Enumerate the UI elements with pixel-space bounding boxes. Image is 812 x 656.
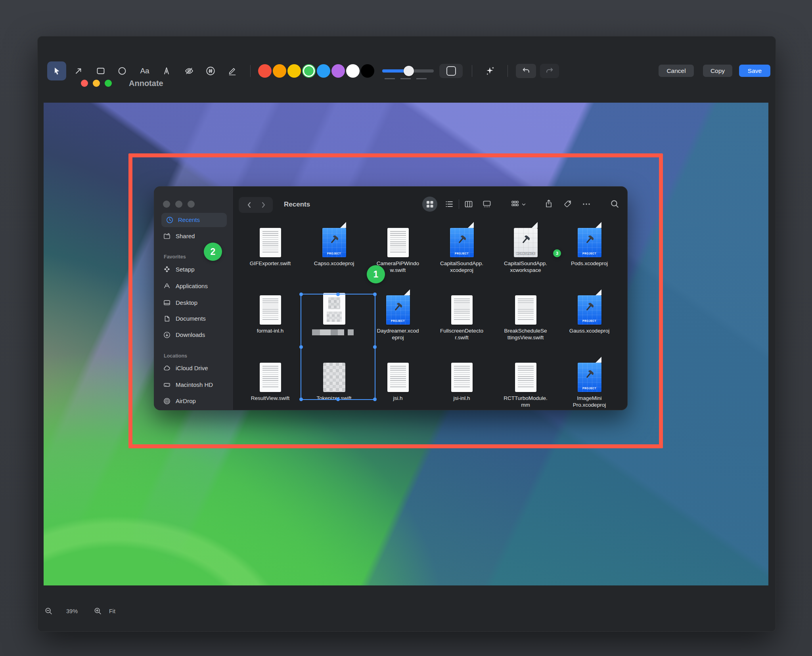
- redo-icon: [545, 66, 554, 76]
- save-button[interactable]: Save: [739, 65, 770, 77]
- eye-slash-icon: [184, 66, 194, 76]
- color-swatch[interactable]: [258, 64, 272, 78]
- shape-style-button[interactable]: [439, 64, 463, 78]
- color-swatch[interactable]: [302, 64, 316, 78]
- annotate-app-screen: Annotate Aa: [0, 0, 812, 656]
- color-swatch[interactable]: [331, 64, 345, 78]
- status-bar: 39% Fit: [37, 585, 775, 631]
- arrow-tool-button[interactable]: [70, 62, 87, 80]
- ellipse-icon: [117, 66, 127, 76]
- zoom-level-value: 39%: [66, 608, 78, 614]
- rounded-square-icon: [446, 66, 456, 76]
- blur-tool-button[interactable]: [180, 62, 198, 80]
- slider-knob[interactable]: [404, 66, 414, 76]
- rectangle-tool-button[interactable]: [92, 62, 109, 80]
- counter-tool-button[interactable]: [202, 62, 219, 80]
- cursor-icon: [52, 66, 61, 76]
- counter-badge-2[interactable]: 2: [204, 243, 222, 261]
- color-swatch[interactable]: [273, 64, 286, 78]
- toolbar-divider: [472, 65, 472, 77]
- color-swatch[interactable]: [317, 64, 330, 78]
- redo-button[interactable]: [540, 64, 559, 78]
- annotation-canvas[interactable]: Recents Shared Favorites Setapp: [44, 103, 768, 585]
- magic-sparkle-button[interactable]: [485, 65, 496, 77]
- counter-badge-3[interactable]: 3: [553, 249, 561, 257]
- pen-tool-button[interactable]: [158, 62, 175, 80]
- undo-button[interactable]: [516, 64, 536, 78]
- copy-button[interactable]: Copy: [703, 65, 732, 77]
- rectangle-icon: [96, 66, 105, 76]
- pencil-icon: [228, 66, 237, 76]
- number-counter-icon: [205, 66, 216, 76]
- fit-button[interactable]: Fit: [109, 608, 115, 614]
- color-swatch[interactable]: [361, 64, 374, 78]
- rectangle-annotation[interactable]: [128, 153, 663, 448]
- text-tool-button[interactable]: Aa: [136, 62, 153, 80]
- stroke-width-slider[interactable]: [382, 69, 434, 73]
- slider-ticks: [385, 78, 431, 79]
- toolbar-divider: [508, 65, 508, 77]
- select-tool-button[interactable]: [47, 61, 66, 80]
- color-swatch[interactable]: [346, 64, 360, 78]
- pen-nib-icon: [162, 66, 171, 76]
- counter-badge-1[interactable]: 1: [367, 265, 385, 283]
- toolbar-divider: [250, 65, 251, 77]
- text-tool-icon: Aa: [140, 67, 149, 75]
- draw-tool-button[interactable]: [224, 62, 241, 80]
- color-swatch[interactable]: [287, 64, 301, 78]
- zoom-out-icon[interactable]: [44, 607, 53, 616]
- cancel-button[interactable]: Cancel: [659, 65, 694, 77]
- undo-icon: [521, 66, 531, 76]
- annotate-toolbar: Aa: [37, 36, 775, 84]
- ellipse-tool-button[interactable]: [113, 62, 131, 80]
- arrow-icon: [74, 66, 83, 76]
- zoom-in-icon[interactable]: [94, 607, 102, 616]
